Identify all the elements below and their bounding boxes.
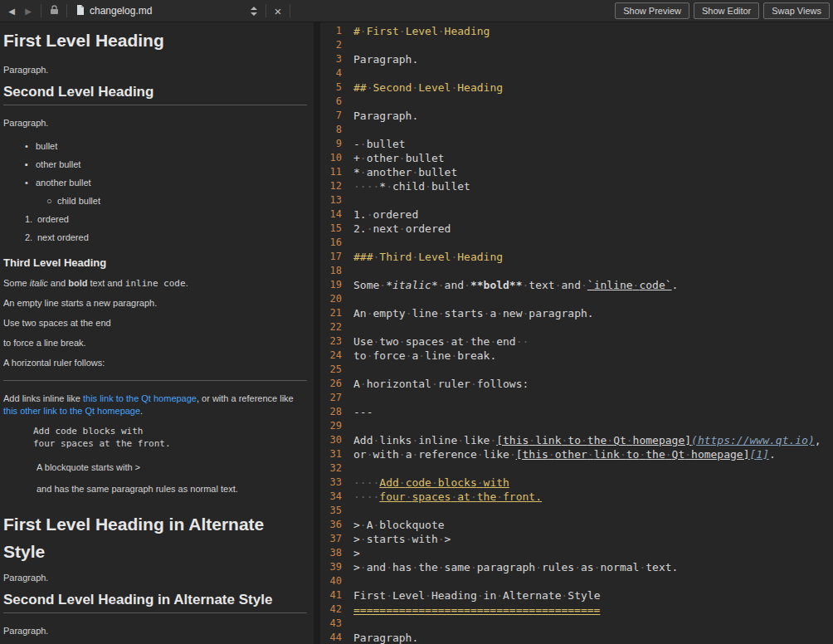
text-run: , or with a reference like (197, 393, 294, 403)
horizontal-rule (3, 380, 307, 381)
code-line[interactable]: Paragraph. (353, 52, 833, 66)
pane-splitter[interactable] (314, 22, 320, 644)
line-number: 35 (320, 504, 342, 518)
list-item-label: next ordered (37, 228, 89, 246)
line-number: 8 (320, 123, 342, 137)
markdown-editor-pane[interactable]: 1234567891011121314151617181920212223242… (320, 22, 833, 644)
code-line[interactable]: ##·Second·Level·Heading (353, 80, 833, 95)
whitespace-dots: · (412, 434, 418, 446)
code-line[interactable] (353, 461, 833, 476)
lock-icon[interactable] (46, 5, 62, 17)
code-line[interactable] (353, 236, 833, 250)
preview-paragraph: Paragraph. (3, 572, 307, 584)
code-line[interactable]: >·A·blockquote (353, 518, 833, 532)
whitespace-dots: · (406, 533, 412, 545)
whitespace-dots: · (438, 307, 445, 320)
code-line[interactable]: Paragraph. (353, 109, 833, 123)
whitespace-dots: · (574, 561, 581, 573)
code-line[interactable] (353, 193, 833, 207)
preview-blockquote: A blockquote starts with > and has the s… (3, 461, 307, 495)
code-line[interactable]: An·empty·line·starts·a·new·paragraph. (353, 306, 833, 320)
preview-paragraph: A horizontal ruler follows: (3, 357, 307, 369)
code-line[interactable]: or·with·a·reference·like·[this·other·lin… (353, 447, 833, 461)
back-icon[interactable]: ◀ (3, 7, 20, 16)
code-line[interactable]: ====================================== (353, 603, 833, 617)
code-line[interactable] (353, 617, 833, 631)
code-line[interactable]: --- (353, 405, 833, 419)
code-line[interactable]: to·force·a·line·break. (353, 349, 833, 363)
code-line[interactable] (353, 66, 833, 80)
whitespace-dots: · (562, 434, 568, 446)
whitespace-dots: · (451, 251, 457, 263)
document-tab[interactable]: changelog.md (76, 5, 246, 17)
code-line[interactable] (353, 391, 833, 405)
editor-code[interactable]: #·First·Level·Heading Paragraph. ##·Seco… (348, 24, 833, 644)
code-line[interactable]: > (353, 546, 833, 560)
show-preview-button[interactable]: Show Preview (615, 2, 689, 19)
whitespace-dots: · (438, 279, 445, 291)
code-line[interactable]: Use·two·spaces·at·the·end·· (353, 334, 833, 349)
code-line[interactable] (353, 419, 833, 433)
filename-label: changelog.md (90, 5, 152, 17)
code-line[interactable]: 1.·ordered (353, 207, 833, 222)
code-line[interactable] (353, 292, 833, 306)
line-number: 40 (320, 574, 342, 588)
code-line[interactable]: First·Level·Heading·in·Alternate·Style (353, 588, 833, 603)
close-icon[interactable]: × (270, 5, 285, 17)
bullet-circle-icon: ○ (46, 192, 57, 210)
code-line[interactable]: ····*·child·bullet (353, 179, 833, 193)
line-number: 23 (320, 334, 342, 349)
code-line[interactable]: Paragraph. (353, 631, 833, 644)
whitespace-dots: · (684, 448, 691, 461)
code-line[interactable] (353, 264, 833, 278)
whitespace-dots: · (360, 378, 367, 390)
code-line[interactable]: *·another·bullet (353, 165, 833, 179)
line-number: 19 (320, 278, 342, 292)
swap-views-button[interactable]: Swap Views (763, 2, 830, 19)
code-line[interactable] (353, 123, 833, 137)
line-number: 7 (320, 109, 342, 123)
whitespace-dots: · (639, 561, 645, 573)
qt-homepage-reference-link[interactable]: this other link to the Qt homepage (3, 406, 140, 416)
forward-icon[interactable]: ▶ (20, 7, 37, 16)
code-line[interactable]: -·bullet (353, 137, 833, 151)
code-line[interactable]: ###·Third·Level·Heading (353, 250, 833, 264)
line-number: 37 (320, 532, 342, 546)
qt-homepage-link[interactable]: this link to the Qt homepage (83, 393, 197, 403)
code-line[interactable]: Add·links·inline·like·[this·link·to·the·… (353, 433, 833, 447)
text-run: . (140, 406, 143, 416)
code-line[interactable]: Some·*italic*·and·**bold**·text·and·`inl… (353, 278, 833, 292)
code-line[interactable]: >·starts·with·> (353, 532, 833, 546)
list-item: •another bullet (25, 173, 307, 192)
whitespace-dots: · (412, 251, 418, 263)
code-line[interactable] (353, 363, 833, 377)
split-updown-icon[interactable] (246, 7, 261, 16)
whitespace-dots: · (562, 589, 568, 602)
whitespace-dots: · (477, 448, 484, 461)
code-line[interactable] (353, 574, 833, 588)
whitespace-dots: · (626, 434, 633, 446)
whitespace-dots: · (367, 222, 373, 235)
whitespace-dots: · (665, 448, 672, 461)
code-line[interactable] (353, 320, 833, 334)
show-editor-button[interactable]: Show Editor (694, 2, 759, 19)
code-line[interactable]: A·horizontal·ruler·follows: (353, 377, 833, 391)
line-number: 11 (320, 165, 342, 179)
line-number: 24 (320, 349, 342, 363)
preview-paragraph: to force a line break. (3, 337, 307, 349)
code-line[interactable]: 2.·next·ordered (353, 222, 833, 236)
whitespace-dots: · (399, 25, 406, 37)
line-number: 12 (320, 179, 342, 193)
code-line[interactable] (353, 504, 833, 518)
code-line[interactable] (353, 38, 833, 52)
code-line[interactable]: ····four·spaces·at·the·front. (353, 490, 833, 504)
whitespace-dots: ···· (353, 180, 379, 193)
code-line[interactable]: #·First·Level·Heading (353, 24, 833, 38)
whitespace-dots: · (431, 378, 438, 390)
code-line[interactable]: >·and·has·the·same·paragraph·rules·as·no… (353, 560, 833, 574)
whitespace-dots: · (360, 152, 367, 164)
code-line[interactable]: ····Add·code·blocks·with (353, 476, 833, 490)
text-run: . (186, 278, 188, 288)
code-line[interactable] (353, 95, 833, 109)
code-line[interactable]: +·other·bullet (353, 151, 833, 165)
